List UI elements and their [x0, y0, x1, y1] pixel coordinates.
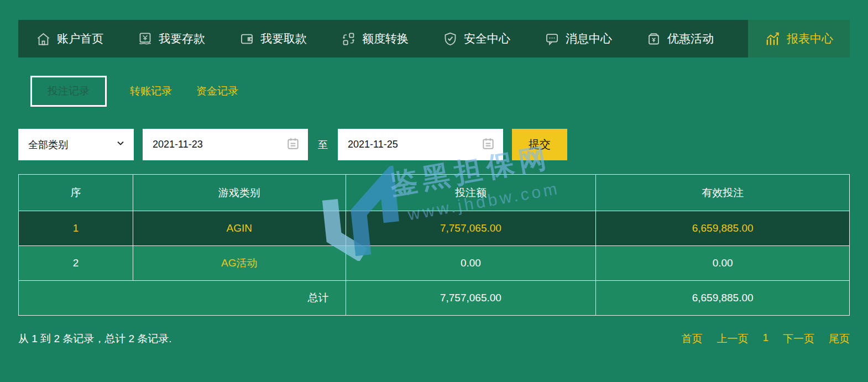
record-tabs: 投注记录 转账记录 资金记录	[30, 76, 250, 107]
cell-index: 1	[19, 211, 133, 246]
header-valid-bet: 有效投注	[596, 175, 850, 211]
nav-item-label: 我要存款	[159, 31, 205, 46]
pagination-next[interactable]: 下一页	[783, 332, 814, 346]
nav-item-label: 安全中心	[464, 31, 510, 46]
date-to-field	[338, 129, 503, 160]
nav-item-label: 额度转换	[362, 31, 409, 46]
nav-item-deposit[interactable]: 我要存款	[138, 20, 205, 57]
table-footer: 从 1 到 2 条记录，总计 2 条记录. 首页 上一页 1 下一页 尾页	[18, 332, 850, 346]
tab-bet-records[interactable]: 投注记录	[30, 76, 107, 107]
header-bet-amount: 投注额	[346, 175, 596, 211]
chevron-down-icon	[116, 139, 125, 150]
cell-game-type: AGIN	[133, 211, 346, 246]
pagination-last[interactable]: 尾页	[829, 332, 850, 346]
report-center-page: 账户首页 我要存款 我要取款	[0, 0, 868, 382]
tab-fund-records[interactable]: 资金记录	[184, 77, 250, 106]
bet-report-table: 序 游戏类别 投注额 有效投注 1 AGIN 7,757,065.00 6,65…	[18, 174, 850, 316]
tab-transfer-records[interactable]: 转账记录	[118, 77, 184, 106]
nav-item-reports[interactable]: 报表中心	[748, 20, 850, 57]
nav-item-label: 我要取款	[260, 31, 307, 46]
deposit-icon	[138, 32, 153, 46]
nav-item-label: 账户首页	[57, 31, 103, 46]
date-from-field	[143, 129, 308, 160]
pagination-page-1[interactable]: 1	[762, 332, 768, 346]
tab-label: 投注记录	[48, 85, 90, 97]
security-icon	[443, 32, 458, 46]
cell-game-type: AG活动	[133, 246, 346, 281]
cell-bet-amount: 7,757,065.00	[346, 211, 596, 246]
category-select[interactable]: 全部类别	[18, 129, 134, 160]
date-range-to-label: 至	[318, 138, 328, 151]
tab-label: 转账记录	[130, 85, 172, 97]
date-to-input[interactable]	[348, 139, 458, 150]
tab-label: 资金记录	[196, 85, 238, 97]
table-header-row: 序 游戏类别 投注额 有效投注	[19, 175, 850, 211]
pagination-prev[interactable]: 上一页	[717, 332, 748, 346]
nav-item-label: 报表中心	[787, 31, 833, 46]
promo-icon	[646, 32, 661, 46]
nav-item-transfer[interactable]: 额度转换	[341, 20, 409, 57]
total-bet-amount: 7,757,065.00	[346, 281, 596, 316]
transfer-icon	[341, 32, 356, 46]
table-row: 2 AG活动 0.00 0.00	[19, 246, 850, 281]
pagination: 首页 上一页 1 下一页 尾页	[681, 332, 850, 346]
header-index: 序	[19, 175, 133, 211]
cell-valid-bet: 6,659,885.00	[596, 211, 850, 246]
header-game-type: 游戏类别	[133, 175, 346, 211]
home-icon	[36, 32, 51, 46]
nav-item-label: 消息中心	[566, 31, 612, 46]
pagination-first[interactable]: 首页	[681, 332, 702, 346]
category-select-value: 全部类别	[28, 138, 68, 151]
nav-item-messages[interactable]: 消息中心	[545, 20, 612, 57]
cell-index: 2	[19, 246, 133, 281]
total-valid-bet: 6,659,885.00	[596, 281, 850, 316]
cell-bet-amount: 0.00	[346, 246, 596, 281]
withdraw-icon	[239, 32, 254, 46]
cell-valid-bet: 0.00	[596, 246, 850, 281]
nav-item-security[interactable]: 安全中心	[443, 20, 510, 57]
nav-item-label: 优惠活动	[667, 31, 714, 46]
table-total-row: 总计 7,757,065.00 6,659,885.00	[19, 281, 850, 316]
nav-item-withdraw[interactable]: 我要取款	[239, 20, 307, 57]
filter-bar: 全部类别 至	[18, 129, 567, 160]
records-summary: 从 1 到 2 条记录，总计 2 条记录.	[18, 332, 172, 346]
submit-button[interactable]: 提交	[512, 129, 567, 160]
table-row: 1 AGIN 7,757,065.00 6,659,885.00	[19, 211, 850, 246]
report-icon	[765, 31, 781, 47]
main-navbar: 账户首页 我要存款 我要取款	[18, 20, 850, 57]
calendar-icon[interactable]	[481, 137, 495, 153]
message-icon	[545, 32, 560, 46]
calendar-icon[interactable]	[286, 137, 300, 153]
total-label: 总计	[19, 281, 346, 316]
nav-item-promotions[interactable]: 优惠活动	[646, 20, 714, 57]
date-from-input[interactable]	[153, 139, 263, 150]
nav-item-account-home[interactable]: 账户首页	[36, 20, 103, 57]
